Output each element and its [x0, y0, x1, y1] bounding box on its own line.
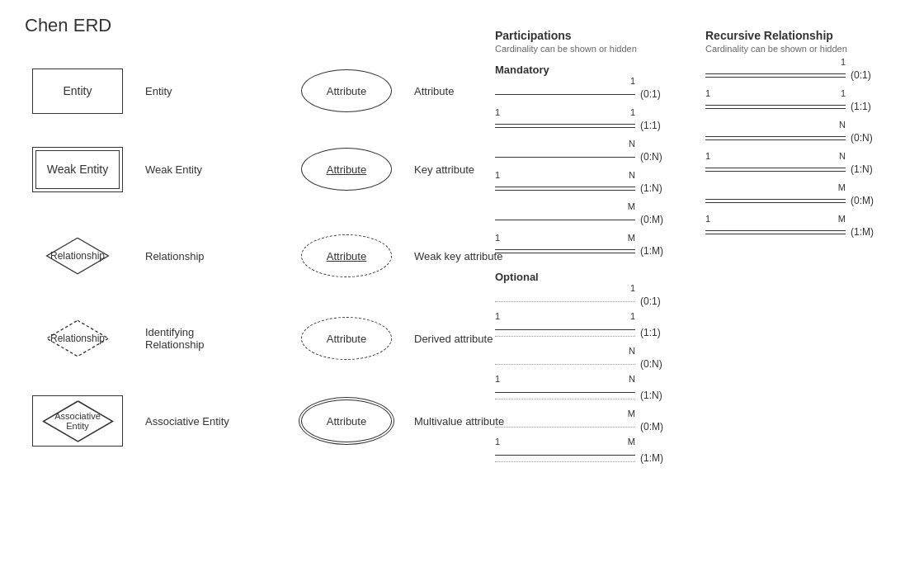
key-attribute-shape: Attribute [285, 148, 408, 191]
opt-participation-row-0-n: N (0:N) [495, 352, 701, 376]
weak-key-attribute-label: Attribute [327, 250, 366, 262]
participation-row-0-n: N (0:N) [495, 145, 701, 168]
page-title: Chen ERD [25, 15, 111, 36]
opt-participation-row-0-m: M (0:M) [495, 415, 701, 438]
opt-participation-row-1-m: 1 M (1:M) [495, 447, 701, 470]
p-right-num: 1 [630, 107, 635, 117]
mandatory-heading: Mandatory [495, 64, 701, 76]
p-cardinality-0-1: (0:1) [640, 88, 677, 100]
rec-row-0-n: N (0:N) [705, 126, 916, 149]
rec-right-num: 1 [841, 88, 846, 98]
rec-cardinality-1-m: (1:M) [851, 226, 888, 238]
associative-entity-desc: Associative Entity [145, 415, 252, 428]
opt-cardinality-1-1: (1:1) [640, 327, 677, 338]
weak-entity-label: Weak Entity [47, 163, 108, 176]
opt-participation-row-1-n: 1 N (1:N) [495, 384, 701, 407]
multivalue-attribute-shape: Attribute [285, 399, 408, 442]
participation-row-0-m: M (0:M) [495, 208, 701, 231]
p-right-num: M [628, 233, 635, 243]
attribute-label: Attribute [327, 85, 366, 97]
weak-key-attribute-shape: Attribute [285, 234, 408, 277]
opt-right-num: 1 [630, 311, 635, 321]
weak-entity-shape: Weak Entity [16, 147, 139, 192]
rec-cardinality-0-m: (0:M) [851, 195, 888, 206]
p-cardinality-0-n: (0:N) [640, 151, 677, 163]
key-attribute-ellipse: Attribute [301, 148, 392, 191]
rec-left-num: 1 [705, 214, 710, 224]
identifying-relationship-diamond: Relationship [45, 318, 111, 359]
derived-attribute-ellipse: Attribute [301, 317, 392, 360]
rec-left-num: 1 [705, 151, 710, 161]
recursive-title: Recursive Relationship [705, 29, 916, 42]
p-right-num: N [629, 170, 635, 180]
p-right-num: M [628, 201, 635, 211]
opt-participation-row-1-1: 1 1 (1:1) [495, 321, 701, 344]
multivalue-attribute-label: Attribute [327, 415, 366, 428]
rec-row-1-m: 1 M (1:M) [705, 220, 916, 243]
opt-right-num: N [629, 374, 635, 384]
multivalue-attribute-ellipse: Attribute [301, 399, 392, 442]
opt-participation-row-0-1: 1 (0:1) [495, 290, 701, 313]
rec-row-1-1: 1 1 (1:1) [705, 95, 916, 118]
participations-title: Participations [495, 29, 701, 42]
participation-row-0-1: 1 (0:1) [495, 83, 701, 106]
rec-right-num: M [838, 182, 846, 192]
entity-label: Entity [63, 84, 92, 97]
rec-cardinality-0-1: (0:1) [851, 69, 888, 81]
associative-entity-shape: AssociativeEntity [16, 395, 139, 447]
associative-entity-label: AssociativeEntity [54, 411, 101, 431]
opt-right-num: N [629, 346, 635, 356]
optional-heading: Optional [495, 271, 701, 283]
rec-cardinality-0-n: (0:N) [851, 132, 888, 144]
rec-left-num: 1 [705, 88, 710, 98]
participation-row-1-1: 1 1 (1:1) [495, 114, 701, 137]
opt-left-num: 1 [495, 374, 500, 384]
relationship-label: Relationship [50, 250, 105, 262]
opt-right-num: 1 [630, 283, 635, 293]
rec-cardinality-1-1: (1:1) [851, 101, 888, 112]
p-left-num: 1 [495, 170, 500, 180]
rec-cardinality-1-n: (1:N) [851, 163, 888, 175]
identifying-relationship-desc: Identifying Relationship [145, 326, 252, 351]
rec-row-0-1: 1 (0:1) [705, 64, 916, 87]
opt-left-num: 1 [495, 437, 500, 447]
rec-right-num: N [839, 151, 846, 161]
participation-row-1-n: 1 N (1:N) [495, 177, 701, 200]
participation-row-1-m: 1 M (1:M) [495, 239, 701, 262]
rec-right-num: 1 [841, 57, 846, 67]
opt-cardinality-0-1: (0:1) [640, 295, 677, 307]
opt-right-num: M [628, 437, 635, 447]
opt-cardinality-0-n: (0:N) [640, 358, 677, 370]
p-cardinality-1-n: (1:N) [640, 182, 677, 194]
p-cardinality-1-1: (1:1) [640, 120, 677, 131]
participations-panel: Participations Cardinality can be shown … [495, 29, 701, 478]
p-right-num: N [629, 139, 635, 149]
weak-key-attribute-ellipse: Attribute [301, 234, 392, 277]
opt-cardinality-1-n: (1:N) [640, 390, 677, 401]
opt-right-num: M [628, 409, 635, 418]
associative-entity-box: AssociativeEntity [32, 395, 123, 447]
entity-shape: Entity [16, 69, 139, 114]
p-left-num: 1 [495, 233, 500, 243]
rec-row-1-n: 1 N (1:N) [705, 158, 916, 181]
derived-attribute-label: Attribute [327, 333, 366, 345]
p-cardinality-1-m: (1:M) [640, 245, 677, 257]
recursive-subtitle: Cardinality can be shown or hidden [705, 44, 916, 54]
participations-subtitle: Cardinality can be shown or hidden [495, 44, 701, 54]
attribute-ellipse: Attribute [301, 69, 392, 112]
key-attribute-label: Attribute [327, 163, 366, 176]
rec-right-num: N [839, 120, 846, 130]
weak-entity-box: Weak Entity [32, 147, 123, 192]
recursive-panel: Recursive Relationship Cardinality can b… [705, 29, 916, 252]
identifying-relationship-shape: Relationship [16, 318, 139, 359]
entity-desc: Entity [145, 85, 252, 97]
attribute-shape: Attribute [285, 69, 408, 112]
rec-right-num: M [838, 214, 846, 224]
p-cardinality-0-m: (0:M) [640, 214, 677, 225]
entity-box: Entity [32, 69, 123, 114]
identifying-relationship-label: Relationship [50, 333, 105, 344]
weak-entity-desc: Weak Entity [145, 163, 252, 176]
rec-row-0-m: M (0:M) [705, 189, 916, 212]
p-left-num: 1 [495, 107, 500, 117]
relationship-diamond: Relationship [45, 235, 111, 276]
